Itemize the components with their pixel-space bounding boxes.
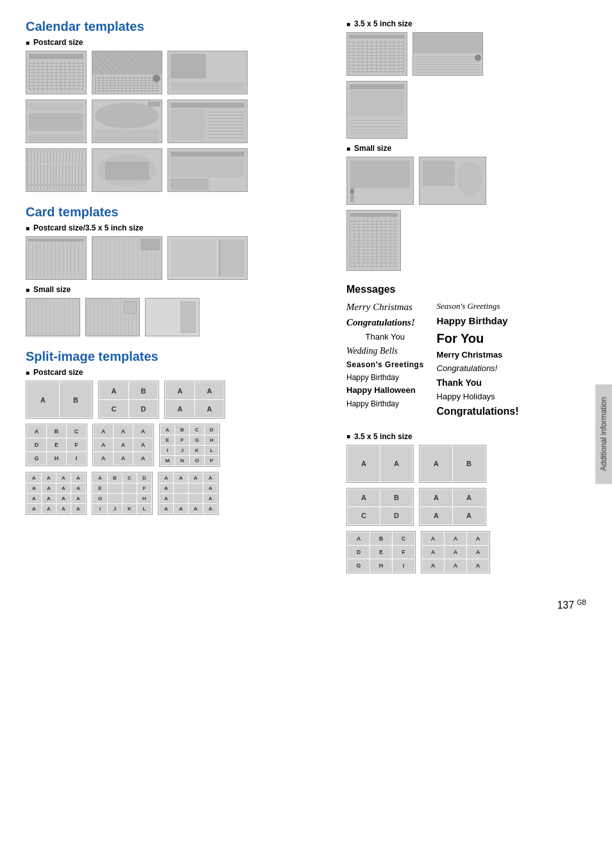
card-postcard-thumb-2: [92, 236, 162, 280]
messages-col-2: Season's Greetings Happy Birthday For Yo…: [437, 300, 519, 419]
card-postcard-thumb-1: [26, 236, 87, 280]
msg-congratulations-2: Congratulations!: [437, 363, 519, 374]
cal-35-thumb-3: [346, 81, 407, 139]
split-16cell: ABCD EFGH IJKL MNOP: [159, 424, 220, 467]
msg-thank-you-2: Thank You: [437, 377, 519, 390]
split-2cell-ab: A B: [26, 381, 93, 419]
split-4cell-abcd: A B C D: [98, 381, 159, 419]
card-templates-title: Card templates: [26, 205, 334, 220]
card-small-size-label: Small size: [26, 285, 334, 294]
split-16cell-aaaa-b: AAAA AA AA AAAA: [158, 472, 219, 515]
calendar-thumb-3: [167, 51, 248, 94]
split35-abcd: AB CD: [346, 488, 414, 526]
msg-merry-christmas: Merry Christmas: [346, 300, 424, 314]
calendar-thumb-5: [92, 100, 162, 143]
calendar-thumb-1: [26, 51, 87, 94]
split35-aaaa: AA AA: [419, 488, 486, 526]
small-cal-thumb-3: [346, 210, 401, 271]
small-cal-thumb-2: [419, 157, 486, 205]
calendar-thumb-9: [167, 148, 248, 192]
small-size-right-label: Small size: [346, 144, 586, 153]
cal-35-thumb-2: [412, 32, 483, 76]
msg-happy-birthday-bold: Happy Birthday: [437, 314, 519, 327]
postcard-35-label: Postcard size/3.5 x 5 inch size: [26, 223, 334, 232]
side-tab: Additional information: [595, 384, 612, 483]
split-35-label: 3.5 x 5 inch size: [346, 432, 586, 441]
calendar-thumb-8: [92, 148, 162, 192]
split-16cell-mix: ABCD EF GH IJKL: [92, 472, 153, 515]
card-postcard-thumb-3: [167, 236, 248, 280]
size-35x5-cal-label: 3.5 x 5 inch size: [346, 19, 586, 28]
msg-congratulations-1: Congratulations!: [346, 316, 424, 329]
msg-happy-birthday-light: Happy Birthday: [346, 399, 424, 410]
split35-9cell-aaa: AAA AAA AAA: [421, 531, 490, 573]
split35-9cell: ABC DEF GHI: [346, 531, 416, 573]
msg-congratulations-3: Congratulations!: [437, 404, 519, 419]
page-number: 137 GB: [26, 599, 586, 611]
calendar-thumb-6: [167, 100, 248, 143]
split35-ab: A B: [419, 445, 486, 483]
calendar-templates-title: Calendar templates: [26, 19, 334, 34]
card-small-thumb-3: [145, 298, 200, 336]
cal-35-thumb-1: [346, 32, 407, 76]
small-cal-thumb-1: [346, 157, 414, 205]
messages-title: Messages: [346, 284, 586, 295]
split-9cell-aaa: AAA AAA AAA: [92, 424, 154, 466]
msg-for-you: For You: [437, 329, 519, 347]
msg-seasons-greetings-2: Season's Greetings: [437, 300, 519, 312]
calendar-thumb-2: [92, 51, 162, 94]
msg-happy-halloween: Happy Halloween: [346, 385, 424, 396]
messages-col-1: Merry Christmas Congratulations! Thank Y…: [346, 300, 424, 419]
card-small-thumb-1: [26, 298, 80, 336]
msg-happy-holidays: Happy Holidays: [437, 391, 519, 403]
split-image-title: Split-image templates: [26, 349, 334, 364]
calendar-thumb-4: [26, 100, 87, 143]
split35-aa: A A: [346, 445, 414, 483]
msg-thank-you-1: Thank You: [346, 331, 424, 343]
split-postcard-label: Postcard size: [26, 368, 334, 377]
msg-seasons-greetings-1: Season's Greetings: [346, 360, 424, 370]
postcard-size-label: Postcard size: [26, 38, 334, 47]
calendar-thumb-7: [26, 148, 87, 192]
msg-wedding-bells: Wedding Bells: [346, 345, 424, 358]
msg-happy-birthday-1: Happy Birthday: [346, 372, 424, 383]
split-4cell-aaaa: A A A A: [164, 381, 225, 419]
split-9cell-1: ABC DEF GHI: [26, 424, 87, 466]
split-16cell-aaaa: AAAA AAAA AAAA AAAA: [26, 472, 87, 515]
card-small-thumb-2: [85, 298, 140, 336]
msg-merry-christmas-bold: Merry Christmas: [437, 349, 519, 361]
